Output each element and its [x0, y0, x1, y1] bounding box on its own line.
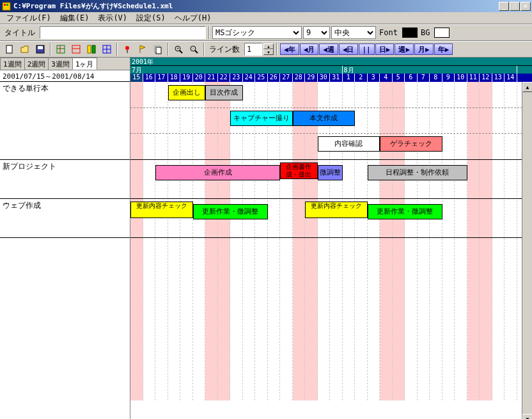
menu-help[interactable]: ヘルプ(H) — [171, 12, 215, 25]
menu-view[interactable]: 表示(V) — [94, 12, 131, 25]
minimize-button[interactable]: _ — [499, 2, 509, 11]
gantt-bar[interactable]: 日程調整・制作依頼 — [368, 165, 467, 180]
nav-month-prev[interactable]: ◀月 — [300, 43, 319, 55]
day-cell[interactable]: 7 — [418, 74, 430, 82]
pin-icon[interactable] — [120, 42, 134, 56]
day-cell[interactable]: 30 — [318, 74, 331, 82]
gantt-bar[interactable]: 更新作業・微調整 — [193, 204, 268, 219]
gantt-bar[interactable]: 更新作業・微調整 — [368, 204, 442, 219]
day-cell[interactable]: 21 — [205, 74, 218, 82]
menu-file[interactable]: ファイル(F) — [3, 12, 55, 25]
grid-icon-3[interactable] — [84, 42, 98, 56]
day-cell[interactable]: 11 — [467, 74, 480, 82]
scroll-up-icon[interactable]: ▲ — [522, 82, 532, 92]
menu-edit[interactable]: 編集(E) — [56, 12, 93, 25]
gantt-bar[interactable]: 企画書作成・提出 — [280, 162, 318, 179]
day-cell[interactable]: 20 — [193, 74, 206, 82]
day-cell[interactable]: 27 — [280, 74, 293, 82]
nav-day-next[interactable]: 日▶ — [375, 43, 395, 55]
tab-1week[interactable]: 1週間 — [0, 58, 25, 70]
open-file-icon[interactable] — [18, 42, 32, 56]
zoom-out-icon[interactable]: - — [187, 42, 201, 56]
gantt-bar[interactable]: 企画作成 — [155, 165, 280, 180]
svg-text:-: - — [192, 46, 194, 51]
save-icon[interactable] — [33, 42, 47, 56]
gantt-bar[interactable]: 微調整 — [318, 165, 343, 180]
gantt-bar[interactable]: 更新内容チェック — [305, 202, 368, 218]
vertical-scrollbar[interactable]: ▲ ▼ — [522, 82, 532, 419]
bg-color-swatch[interactable] — [434, 28, 450, 38]
day-cell[interactable]: 13 — [492, 74, 505, 82]
day-cell[interactable]: 28 — [293, 74, 306, 82]
maximize-button[interactable]: □ — [510, 2, 520, 11]
gantt-body[interactable]: 企画出し目次作成キャプチャー撮り本文作成内容確認ゲラチェック企画作成企画書作成・… — [130, 82, 532, 400]
day-cell[interactable]: 4 — [380, 74, 393, 82]
tab-3week[interactable]: 3週間 — [48, 58, 73, 70]
gantt-bar[interactable]: 目次作成 — [205, 85, 243, 100]
day-cell[interactable]: 17 — [155, 74, 168, 82]
spin-up[interactable]: ▲ — [263, 43, 274, 49]
zoom-in-icon[interactable]: + — [171, 42, 185, 56]
day-cell[interactable]: 6 — [405, 74, 418, 82]
day-cell[interactable]: 22 — [218, 74, 231, 82]
nav-week-prev[interactable]: ◀週 — [319, 43, 338, 55]
align-select[interactable]: 中央 — [331, 26, 376, 39]
date-nav-group: ◀年 ◀月 ◀週 ◀日 || 日▶ 週▶ 月▶ 年▶ — [280, 43, 453, 55]
gantt-bar[interactable]: 本文作成 — [293, 111, 356, 126]
day-cell[interactable]: 12 — [480, 74, 492, 82]
spin-down[interactable]: ▼ — [263, 49, 274, 55]
day-cell[interactable]: 8 — [430, 74, 442, 82]
day-cell[interactable]: 9 — [442, 74, 455, 82]
day-cell[interactable]: 14 — [505, 74, 517, 82]
grid-icon-1[interactable] — [54, 42, 68, 56]
gantt-bar[interactable]: 更新内容チェック — [130, 202, 193, 218]
nav-day-prev[interactable]: ◀日 — [339, 43, 358, 55]
svg-line-21 — [180, 51, 182, 53]
new-file-icon[interactable] — [3, 42, 17, 56]
menu-settings[interactable]: 設定(S) — [132, 12, 169, 25]
tab-1month[interactable]: 1ヶ月 — [72, 58, 97, 70]
nav-month-next[interactable]: 月▶ — [414, 43, 434, 55]
nav-week-next[interactable]: 週▶ — [395, 43, 414, 55]
grid-icon-4[interactable] — [100, 42, 114, 56]
day-cell[interactable]: 16 — [143, 74, 156, 82]
left-panel: 1週間 2週間 3週間 1ヶ月 2001/07/15～2001/08/14 でき… — [0, 58, 130, 419]
project-item[interactable]: できる単行本 — [0, 82, 130, 160]
nav-today[interactable]: || — [359, 43, 375, 55]
tab-2week[interactable]: 2週間 — [24, 58, 49, 70]
day-cell[interactable]: 23 — [230, 74, 243, 82]
day-cell[interactable]: 10 — [455, 74, 467, 82]
font-color-swatch[interactable] — [402, 28, 418, 38]
lines-input[interactable] — [244, 43, 262, 56]
day-cell[interactable]: 15 — [130, 74, 143, 82]
size-select[interactable]: 9 — [303, 26, 330, 39]
nav-year-next[interactable]: 年▶ — [434, 43, 453, 55]
nav-year-prev[interactable]: ◀年 — [280, 43, 299, 55]
day-cell[interactable]: 31 — [330, 74, 343, 82]
grid-icon-2[interactable] — [69, 42, 83, 56]
copy-icon[interactable] — [151, 42, 165, 56]
gantt-bar[interactable]: ゲラチェック — [380, 136, 442, 152]
close-button[interactable]: ✕ — [520, 2, 531, 11]
day-cell[interactable]: 25 — [255, 74, 268, 82]
scroll-down-icon[interactable]: ▼ — [522, 414, 532, 419]
day-cell[interactable]: 24 — [243, 74, 256, 82]
gantt-bar[interactable]: キャプチャー撮り — [230, 111, 293, 126]
day-cell[interactable]: 3 — [368, 74, 380, 82]
font-select[interactable]: MSゴシック — [212, 26, 302, 39]
day-cell[interactable]: 1 — [343, 74, 356, 82]
day-cell[interactable]: 2 — [355, 74, 368, 82]
day-cell[interactable]: 5 — [393, 74, 405, 82]
gantt-bar[interactable]: 内容確認 — [318, 136, 380, 152]
day-cell[interactable]: 18 — [168, 74, 181, 82]
separator — [276, 43, 278, 56]
day-cell[interactable]: 19 — [180, 74, 193, 82]
app-icon — [1, 1, 12, 12]
flag-icon[interactable] — [136, 42, 150, 56]
gantt-bar[interactable]: 企画出し — [168, 85, 206, 100]
day-cell[interactable]: 26 — [268, 74, 281, 82]
project-item[interactable]: 新プロジェクト — [0, 160, 130, 199]
day-cell[interactable]: 29 — [305, 74, 318, 82]
title-input[interactable] — [40, 26, 206, 39]
project-item[interactable]: ウェブ作成 — [0, 199, 130, 238]
